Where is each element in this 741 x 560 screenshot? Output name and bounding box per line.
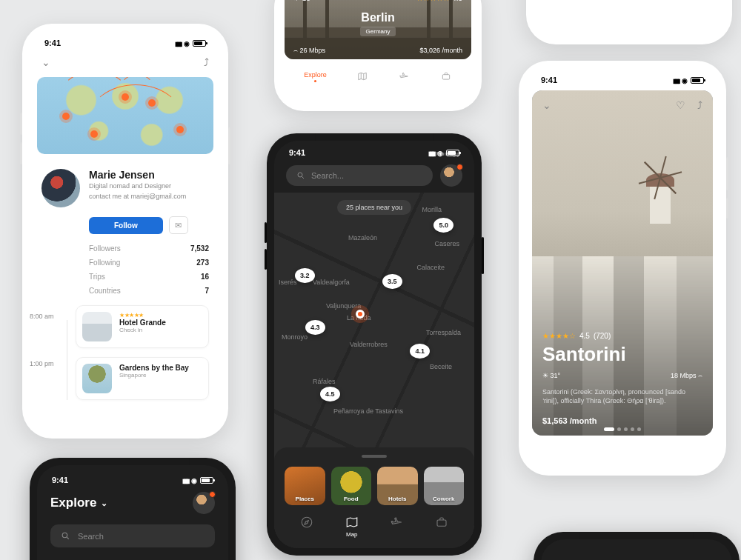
city-name: Berlin xyxy=(361,11,394,24)
stars-icon: ★★★★☆ xyxy=(542,332,576,340)
rating-pin[interactable]: 4.3 xyxy=(305,320,325,335)
stat-label: Countries xyxy=(89,287,121,295)
review-count: (720) xyxy=(594,332,611,340)
category-cowork[interactable]: Cowork xyxy=(424,467,465,505)
search-input[interactable]: Search xyxy=(50,524,215,547)
user-location-dot xyxy=(356,310,365,319)
bottom-sheet[interactable]: Places Food Hotels Cowork Map xyxy=(274,447,474,548)
nav-flights[interactable] xyxy=(390,516,403,538)
rating-pin[interactable]: 3.2 xyxy=(295,268,315,283)
wifi-icon xyxy=(191,476,197,484)
nav-map[interactable]: Map xyxy=(345,516,359,538)
near-you-pill: 25 places near you xyxy=(337,200,411,215)
status-bar: 9:41 xyxy=(37,465,228,487)
svg-point-1 xyxy=(298,173,302,177)
phone-explore: 9:41 Explore ⌄ Search xyxy=(30,458,236,560)
status-bar: 9:41 xyxy=(30,31,221,50)
berlin-hero[interactable]: ☀ 18° ★★★★★ 4.3 Berlin Germany ⌢ 26 Mbps… xyxy=(285,0,471,59)
timeline-card[interactable]: Gardens by the Bay Singapore xyxy=(76,357,209,400)
status-time: 9:41 xyxy=(289,148,305,157)
carousel-dots[interactable] xyxy=(604,427,641,431)
search-icon xyxy=(61,531,70,541)
stat-value: 7,532 xyxy=(190,244,209,253)
profile-subtitle: Digital nomad and Designer xyxy=(89,182,186,191)
category-food[interactable]: Food xyxy=(331,467,372,505)
share-icon[interactable]: ⤴ xyxy=(204,56,209,68)
stat-value: 7 xyxy=(205,287,209,295)
destination-description: Santorini (Greek: Σαντορίνη, pronounced … xyxy=(542,387,702,406)
wifi-speed: 18 Mbps ⌢ xyxy=(671,372,702,380)
card-thumbnail xyxy=(82,364,112,393)
category-hotels[interactable]: Hotels xyxy=(377,467,418,505)
tab-explore[interactable]: Explore xyxy=(304,71,327,82)
rating-pin[interactable]: 4.1 xyxy=(410,344,430,359)
svg-point-4 xyxy=(62,533,67,538)
wifi-icon xyxy=(682,76,688,84)
tab-work[interactable] xyxy=(440,71,452,82)
svg-rect-0 xyxy=(442,75,449,79)
phone-santorini: 9:41 ⌄ ♡ ⤴ ★★★★☆ 4.5 xyxy=(519,61,726,476)
tab-map[interactable] xyxy=(356,71,368,82)
nav-explore[interactable] xyxy=(300,516,313,538)
battery-icon xyxy=(691,77,704,84)
category-places[interactable]: Places xyxy=(285,467,325,505)
mail-button[interactable]: ✉ xyxy=(169,216,188,234)
stat-label: Trips xyxy=(89,273,105,281)
heart-icon[interactable]: ♡ xyxy=(676,99,685,111)
signal-icon xyxy=(428,148,434,157)
santorini-hero[interactable]: ★★★★☆ 4.5 (720) Santorini ☀ 31° 18 Mbps … xyxy=(532,90,713,436)
nav-work[interactable] xyxy=(435,516,448,538)
timeline-card[interactable]: ★★★★★ Hotel Grande Check in xyxy=(76,305,209,348)
card-subtitle: Check in xyxy=(119,327,166,333)
plane-icon xyxy=(390,516,403,529)
stat-value: 273 xyxy=(196,259,209,267)
timeline-time: 8:00 am xyxy=(30,313,54,320)
avatar[interactable] xyxy=(193,492,215,514)
avatar[interactable] xyxy=(41,169,80,207)
card-thumbnail xyxy=(82,312,112,341)
card-title: Hotel Grande xyxy=(119,319,166,327)
phone-profile: 9:41 ⌄ ⤴ Marie Jensen Digital n xyxy=(22,24,228,439)
map-icon xyxy=(345,516,359,529)
phone-partial-top-right xyxy=(526,0,732,44)
compass-icon xyxy=(300,516,313,529)
search-input[interactable]: Search... xyxy=(286,165,433,186)
profile-name: Marie Jensen xyxy=(89,169,186,181)
status-time: 9:41 xyxy=(541,76,557,84)
stars-icon: ★★★★★ xyxy=(416,0,450,2)
card-title: Gardens by the Bay xyxy=(119,364,189,372)
stat-label: Following xyxy=(89,259,120,267)
follow-button[interactable]: Follow xyxy=(89,217,163,234)
back-chevron-icon[interactable]: ⌄ xyxy=(41,56,50,68)
card-subtitle: Singapore xyxy=(119,372,189,379)
signal-icon xyxy=(175,39,181,47)
briefcase-icon xyxy=(435,516,448,529)
briefcase-icon xyxy=(440,71,452,81)
stat-value: 16 xyxy=(201,273,209,281)
status-time: 9:41 xyxy=(44,39,61,47)
country-badge: Germany xyxy=(360,27,396,36)
share-icon[interactable]: ⤴ xyxy=(697,99,702,111)
battery-icon xyxy=(446,150,459,156)
back-chevron-icon[interactable]: ⌄ xyxy=(542,99,551,111)
sheet-handle[interactable] xyxy=(362,455,387,458)
dark-map[interactable]: 25 places near you Morilla Mazaleón Case… xyxy=(274,193,474,548)
explore-title[interactable]: Explore ⌄ xyxy=(50,496,107,510)
battery-icon xyxy=(193,40,206,47)
rating-pin[interactable]: 5.0 xyxy=(433,218,453,233)
price: $1,563 /month xyxy=(542,416,702,425)
rating-pin[interactable]: 4.5 xyxy=(320,387,340,401)
plane-icon xyxy=(398,71,410,81)
status-bar: 9:41 xyxy=(526,68,719,87)
temperature: ☀ 18° xyxy=(293,0,313,2)
signal-icon xyxy=(182,476,188,484)
temperature: ☀ 31° xyxy=(542,372,560,380)
rating-value: 4.5 xyxy=(579,332,590,340)
svg-point-2 xyxy=(302,517,313,527)
stars-icon: ★★★★★ xyxy=(119,312,166,319)
status-time: 9:41 xyxy=(52,476,68,484)
world-map[interactable] xyxy=(37,77,213,154)
avatar[interactable] xyxy=(440,164,462,187)
tab-flights[interactable] xyxy=(398,71,410,82)
rating-pin[interactable]: 3.5 xyxy=(382,274,402,289)
